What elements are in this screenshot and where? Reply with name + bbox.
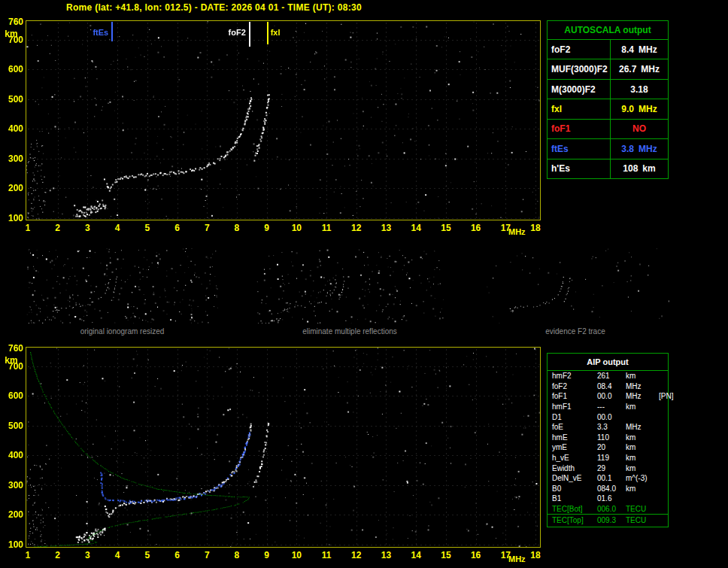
aip-row-name: B1 — [552, 494, 597, 503]
aip-output-panel: AIP output hmF2261kmfoF208.4MHzfoF100.0M… — [547, 353, 669, 527]
aip-row-name: foF1 — [552, 392, 597, 400]
aip-row-B0: B0084.0km — [548, 484, 668, 494]
aip-row-name: hmF2 — [552, 372, 597, 380]
x-tick-label: 5 — [138, 550, 156, 560]
aip-row-unit: m^(-3) — [626, 474, 659, 482]
autoscala-row-label: MUF(3000)F2 — [548, 59, 611, 78]
autoscala-row-value: 3.18 — [611, 80, 668, 99]
autoscala-row-label: fxl — [548, 99, 611, 118]
autoscala-row-M(3000)F2: M(3000)F23.18 — [548, 79, 668, 99]
aip-row-unit: km — [626, 433, 659, 442]
x-tick-label: 16 — [467, 223, 485, 233]
autoscala-row-value: 108 km — [611, 159, 668, 178]
aip-row-unit: km — [626, 484, 659, 493]
autoscala-row-label: foF1 — [548, 120, 611, 138]
aip-row-TEC[Top]: TEC[Top]009.3TECU — [548, 515, 668, 525]
aip-row-value: 00.0 — [597, 413, 626, 421]
x-tick-label: 11 — [317, 223, 335, 233]
y-tick-label: 400 — [1, 123, 23, 134]
aip-row-foF1: foF100.0MHz[PN] — [548, 391, 668, 402]
aip-row-name: hmF1 — [552, 402, 597, 411]
y-tick-label: 100 — [1, 213, 23, 223]
x-tick-label: 14 — [407, 223, 425, 233]
aip-row-foF2: foF208.4MHz — [548, 381, 668, 392]
y-axis-unit-label: km — [1, 29, 22, 39]
aip-row-unit: MHz — [626, 423, 659, 431]
thumbnail-eliminate-reflections — [256, 248, 444, 323]
x-tick-label: 6 — [168, 223, 187, 233]
top-ionogram-canvas — [26, 21, 540, 220]
bottom-ionogram-canvas — [26, 348, 540, 547]
aip-row-name: DelN_vE — [552, 474, 597, 482]
aip-row-name: foF2 — [552, 382, 597, 390]
thumbnail-evidence-f2-trace — [481, 248, 669, 323]
aip-row-name: B0 — [552, 484, 597, 493]
top-ionogram-plot — [26, 20, 541, 220]
aip-row-name: foE — [552, 423, 597, 431]
aip-row-value: 110 — [597, 433, 626, 442]
aip-row-value: 006.0 — [597, 505, 626, 513]
x-tick-label: 9 — [258, 550, 276, 560]
autoscala-window: Rome (lat: +41.8, lon: 012.5) - DATE: 20… — [0, 0, 728, 568]
x-tick-label: 7 — [198, 223, 216, 233]
autoscala-row-h'Es: h'Es108 km — [548, 159, 668, 178]
autoscala-row-MUF(3000)F2: MUF(3000)F226.7 MHz — [548, 59, 668, 78]
y-tick-label: 500 — [1, 421, 23, 431]
marker-line-fxl — [267, 22, 268, 44]
x-tick-label: 9 — [258, 223, 276, 233]
aip-row-hmF2: hmF2261km — [548, 371, 668, 381]
autoscala-row-value: NO — [611, 120, 668, 138]
aip-row-unit: MHz — [626, 382, 659, 390]
marker-label-fxl: fxl — [271, 28, 281, 37]
y-tick-label: 200 — [1, 183, 23, 193]
autoscala-row-value: 26.7 MHz — [611, 59, 668, 78]
y-tick-label: 760 — [1, 17, 23, 27]
x-tick-label: 8 — [228, 550, 246, 560]
autoscala-row-value: 3.8 MHz — [611, 139, 668, 158]
aip-row-value: 08.4 — [597, 382, 626, 390]
marker-label-ftEs: ftEs — [75, 28, 108, 37]
aip-row-value: 119 — [597, 454, 626, 462]
x-tick-label: 12 — [347, 223, 366, 233]
x-tick-label: 10 — [287, 550, 305, 560]
thumbnail-caption-reflections: eliminate multiple reflections — [256, 327, 444, 336]
x-tick-label: 8 — [228, 223, 246, 233]
aip-row-extra: [PN] — [659, 392, 676, 400]
aip-row-value: 29 — [597, 464, 626, 472]
x-tick-label: 13 — [377, 550, 395, 560]
x-tick-label: 3 — [78, 223, 96, 233]
autoscala-rows: foF28.4 MHzMUF(3000)F226.7 MHzM(3000)F23… — [548, 40, 668, 178]
autoscala-row-fxl: fxl9.0 MHz — [548, 99, 668, 118]
autoscala-row-foF2: foF28.4 MHz — [548, 40, 668, 59]
aip-row-value: 084.0 — [597, 484, 626, 493]
x-tick-label: 16 — [467, 550, 485, 560]
aip-row-name: ymE — [552, 443, 597, 451]
x-tick-label: 12 — [347, 550, 366, 560]
aip-panel-title: AIP output — [548, 354, 668, 371]
x-tick-label: 6 — [168, 550, 187, 560]
x-tick-label: 7 — [198, 550, 216, 560]
x-tick-label: 4 — [108, 550, 126, 560]
aip-row-hmF1: hmF1---km — [548, 402, 668, 412]
aip-row-name: Ewidth — [552, 464, 597, 472]
aip-row-name: h_vE — [552, 454, 597, 462]
aip-row-value: 009.3 — [597, 516, 626, 524]
thumbnail-original-ionogram — [26, 248, 218, 323]
x-tick-label: 18 — [526, 550, 544, 560]
aip-row-unit: TECU — [626, 516, 659, 524]
page-title: Rome (lat: +41.8, lon: 012.5) - DATE: 20… — [66, 2, 362, 13]
x-tick-label: 2 — [49, 550, 67, 560]
x-tick-label: 5 — [138, 223, 156, 233]
x-tick-label: 11 — [317, 550, 335, 560]
aip-row-foE: foE3.3MHz — [548, 422, 668, 433]
aip-row-value: 00.1 — [597, 474, 626, 482]
autoscala-row-ftEs: ftEs3.8 MHz — [548, 138, 668, 158]
x-tick-label: 1 — [19, 223, 37, 233]
x-tick-label: 2 — [49, 223, 67, 233]
aip-row-name: TEC[Top] — [552, 516, 597, 524]
aip-row-unit: km — [626, 464, 659, 472]
aip-row-value: --- — [597, 402, 626, 411]
aip-row-unit: TECU — [626, 505, 659, 513]
aip-row-D1: D100.0 — [548, 412, 668, 422]
aip-row-value: 3.3 — [597, 423, 626, 431]
